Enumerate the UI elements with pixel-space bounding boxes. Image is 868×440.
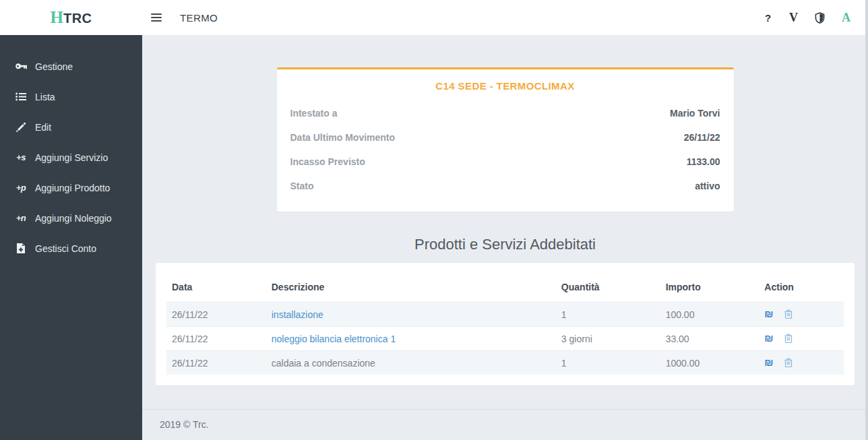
navbar-actions: ? V A (764, 11, 868, 24)
section-heading: Prodotti e Servizi Addebitati (142, 236, 868, 253)
payment-icon[interactable]: ₪ (764, 308, 773, 319)
field-row-intestato: Intestato a Mario Torvi (290, 108, 720, 119)
cell-importo: 100.00 (660, 303, 760, 327)
sidebar-item-aggiungi-prodotto[interactable]: +p Aggiungi Prodotto (0, 172, 142, 203)
cell-data: 26/11/22 (166, 327, 266, 351)
account-summary-card: C14 SEDE - TERMOCLIMAX Intestato a Mario… (277, 67, 734, 212)
list-icon (13, 92, 28, 101)
sidebar-item-label: Aggiungi Noleggio (35, 213, 112, 224)
cell-quantita: 3 giorni (556, 327, 660, 351)
payment-icon[interactable]: ₪ (764, 332, 773, 344)
cell-data: 26/11/22 (166, 303, 266, 327)
payment-icon[interactable]: ₪ (764, 356, 773, 368)
field-label: Incasso Previsto (290, 156, 365, 167)
sidebar-item-gestione[interactable]: Gestione (0, 51, 142, 82)
app-title: TERMO (180, 12, 218, 24)
charged-items-table: Data Descrizione Quantità Importo Action… (166, 274, 844, 375)
descrizione-link[interactable]: installazione (272, 309, 323, 320)
top-navbar: HTRC TERMO ? V A (0, 0, 868, 35)
sidebar-item-label: Gestione (35, 61, 73, 72)
sidebar-item-gestisci-conto[interactable]: Gestisci Conto (0, 233, 142, 263)
copyright-text: 2019 © Trc. (160, 419, 209, 430)
sidebar-item-aggiungi-servizio[interactable]: +s Aggiungi Servizio (0, 142, 142, 172)
sidebar-item-label: Edit (35, 122, 51, 133)
col-header-data: Data (166, 274, 266, 303)
logo-accent-letter: H (50, 8, 63, 27)
charged-items-card: Data Descrizione Quantità Importo Action… (156, 263, 855, 385)
table-row: 26/11/22 noleggio bilancia elettronica 1… (166, 327, 844, 351)
delete-icon[interactable] (784, 309, 793, 321)
field-value: Mario Torvi (670, 108, 720, 119)
col-header-descrizione: Descrizione (266, 274, 556, 303)
descrizione-link[interactable]: noleggio bilancia elettronica 1 (272, 334, 396, 344)
cell-descrizione: caldaia a condensazione (266, 351, 556, 375)
col-header-quantita: Quantità (556, 274, 660, 303)
delete-icon[interactable] (784, 334, 793, 345)
pencil-icon (13, 123, 28, 132)
account-icon[interactable]: A (842, 11, 850, 24)
field-row-stato: Stato attivo (290, 181, 720, 191)
cell-importo: 1000.00 (660, 351, 760, 375)
cell-quantita: 1 (556, 303, 660, 327)
account-card-title: C14 SEDE - TERMOCLIMAX (290, 80, 720, 92)
sidebar-item-label: Gestisci Conto (35, 243, 96, 254)
table-row: 26/11/22 installazione 1 100.00 ₪ (166, 303, 844, 327)
key-icon (13, 63, 28, 71)
field-value: 1133.00 (687, 156, 720, 167)
col-header-action: Action (759, 274, 844, 303)
col-header-importo: Importo (660, 274, 760, 303)
page-footer: 2019 © Trc. (142, 409, 868, 440)
field-label: Stato (290, 181, 314, 191)
sidebar: Gestione Lista Edit +s Aggiungi Servizio (0, 35, 142, 440)
sidebar-item-aggiungi-noleggio[interactable]: +n Aggiungi Noleggio (0, 203, 142, 233)
scrollbar[interactable] (865, 0, 868, 440)
help-icon[interactable]: ? (764, 13, 772, 23)
table-header-row: Data Descrizione Quantità Importo Action (166, 274, 844, 303)
field-row-incasso-previsto: Incasso Previsto 1133.00 (290, 156, 720, 167)
menu-toggle-button[interactable] (151, 13, 162, 22)
file-plus-icon (13, 243, 28, 253)
page-content: C14 SEDE - TERMOCLIMAX Intestato a Mario… (142, 35, 868, 409)
sidebar-item-label: Aggiungi Servizio (35, 152, 108, 163)
logo-text: TRC (63, 11, 92, 26)
main-area: C14 SEDE - TERMOCLIMAX Intestato a Mario… (142, 35, 868, 440)
field-value: 26/11/22 (684, 132, 720, 143)
delete-icon[interactable] (784, 358, 793, 369)
table-row: 26/11/22 caldaia a condensazione 1 1000.… (166, 351, 844, 375)
plus-n-icon: +n (13, 213, 28, 223)
sidebar-item-label: Lista (35, 92, 55, 102)
field-label: Intestato a (290, 108, 338, 119)
cell-quantita: 1 (556, 351, 660, 375)
cell-data: 26/11/22 (166, 351, 266, 375)
cell-importo: 33.00 (660, 327, 760, 351)
field-row-data-ultimo-movimento: Data Ultimo Movimento 26/11/22 (290, 132, 720, 143)
app-logo[interactable]: HTRC (0, 8, 142, 27)
sidebar-item-label: Aggiungi Prodotto (35, 183, 110, 193)
shield-icon[interactable] (815, 12, 825, 24)
version-icon[interactable]: V (789, 11, 798, 24)
field-label: Data Ultimo Movimento (290, 132, 396, 143)
plus-p-icon: +p (13, 183, 28, 193)
sidebar-item-lista[interactable]: Lista (0, 82, 142, 112)
status-value: attivo (695, 181, 720, 191)
plus-s-icon: +s (13, 152, 28, 162)
sidebar-item-edit[interactable]: Edit (0, 112, 142, 142)
